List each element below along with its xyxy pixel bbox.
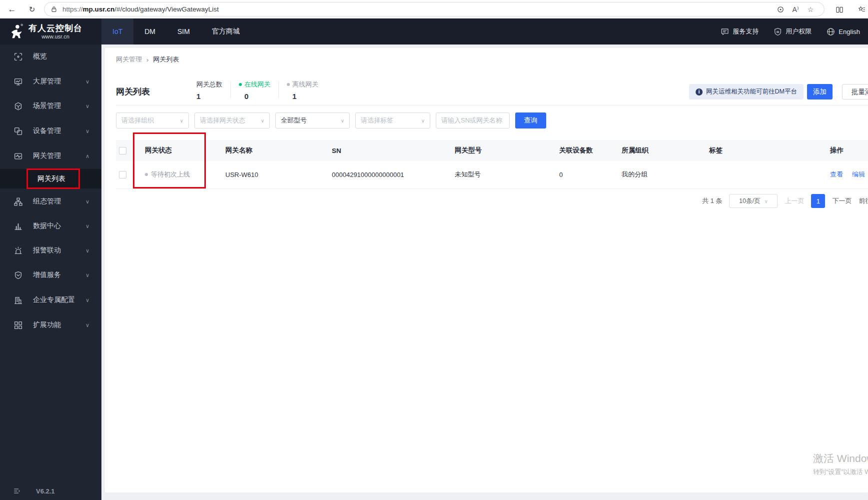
language-switch[interactable]: English: [827, 28, 860, 36]
windows-activation-watermark: 激活 Windows 转到“设置”以激活 Windows: [813, 452, 868, 476]
org-select[interactable]: 请选择组织 ∨: [116, 112, 189, 128]
query-button[interactable]: 查询: [515, 112, 546, 128]
tab-dm[interactable]: DM: [133, 18, 166, 44]
chevron-down-icon: ∨: [341, 118, 344, 124]
breadcrumb-current: 网关列表: [153, 55, 179, 64]
logo-title: 有人云控制台: [28, 24, 82, 34]
stat-offline-label: 离线网关: [292, 80, 318, 89]
chevron-down-icon: ∨: [421, 118, 425, 124]
breadcrumb: 网关管理 › 网关列表: [116, 55, 179, 64]
col-linked-devices: 关联设备数: [559, 140, 622, 161]
col-sn: SN: [332, 140, 455, 161]
chevron-down-icon: ∨: [765, 198, 768, 204]
sidebar-item-configuration-mgmt[interactable]: 组态管理 ∨: [0, 192, 101, 212]
sidebar-item-overview[interactable]: 概览: [0, 46, 101, 66]
user-permissions[interactable]: 用户权限: [774, 27, 812, 36]
chevron-down-icon: ∨: [85, 78, 89, 85]
user-permissions-label: 用户权限: [786, 27, 812, 36]
stat-total-label: 网关总数: [196, 80, 222, 89]
search-placeholder: 请输入SN或网关名称: [441, 116, 502, 125]
add-gateway-button[interactable]: 添加: [807, 84, 833, 100]
chevron-down-icon: ∨: [85, 297, 89, 304]
org-select-placeholder: 请选择组织: [121, 116, 154, 125]
view-link[interactable]: 查看: [830, 170, 843, 179]
chevron-up-icon: ∧: [85, 153, 89, 160]
lock-icon: [50, 6, 57, 13]
app-version: V6.2.1: [36, 488, 55, 495]
sidebar-item-gateway-list[interactable]: 网关列表: [0, 169, 101, 188]
tab-iot[interactable]: IoT: [101, 18, 133, 44]
favorite-star-icon[interactable]: ☆: [803, 4, 818, 16]
screen: ← ↻ https://mp.usr.cn/#/cloud/gateway/Vi…: [0, 0, 868, 500]
usr-person-icon: [8, 23, 24, 40]
gateway-status-select[interactable]: 请选择网关状态 ∨: [194, 112, 270, 128]
screen-icon: [14, 78, 22, 86]
current-page-button[interactable]: 1: [811, 194, 825, 208]
col-gateway-name: 网关名称: [225, 140, 332, 161]
pagination: 共 1 条 10条/页 ∨ 上一页 1 下一页 前往: [702, 194, 868, 208]
read-aloud-icon[interactable]: A⁾: [788, 4, 803, 16]
service-support[interactable]: 服务支持: [721, 27, 759, 36]
sidebar: 概览 大屏管理 ∨ 场景管理 ∨ 设备管理 ∨ 网关管理 ∧ 网关列表 组态管理: [0, 44, 101, 500]
browser-toolbar: ← ↻ https://mp.usr.cn/#/cloud/gateway/Vi…: [0, 0, 868, 18]
platform-tabs: IoT DM SIM 官方商城: [101, 18, 251, 44]
prev-page-button[interactable]: 上一页: [785, 196, 804, 206]
sidebar-item-enterprise-config[interactable]: 企业专属配置 ∨: [0, 290, 101, 310]
stat-divider: [278, 81, 279, 98]
stat-offline: 离线网关 1: [287, 80, 318, 100]
browser-refresh-icon[interactable]: ↻: [25, 2, 39, 16]
edit-link[interactable]: 编辑: [852, 170, 865, 179]
chevron-down-icon: ∨: [85, 322, 89, 328]
tab-official-store[interactable]: 官方商城: [201, 18, 251, 44]
sidebar-item-device-mgmt[interactable]: 设备管理 ∨: [0, 121, 101, 141]
tab-sim[interactable]: SIM: [166, 18, 201, 44]
breadcrumb-separator: ›: [146, 56, 148, 64]
service-support-label: 服务支持: [733, 27, 759, 36]
cell-model: 未知型号: [455, 161, 559, 188]
chevron-down-icon: ∨: [85, 198, 89, 205]
chat-icon: [721, 28, 729, 36]
model-select-value: 全部型号: [281, 116, 307, 125]
collections-icon[interactable]: [854, 3, 868, 16]
stat-online: 在线网关 0: [239, 80, 270, 100]
sidebar-item-data-center[interactable]: 数据中心 ∨: [0, 216, 101, 236]
batch-add-button[interactable]: 批量添加: [842, 84, 868, 100]
page-size-select[interactable]: 10条/页 ∨: [729, 194, 778, 208]
cell-org: 我的分组: [622, 161, 709, 188]
sn-search-input[interactable]: 请输入SN或网关名称: [436, 112, 510, 128]
pagination-total: 共 1 条: [702, 196, 722, 206]
sidebar-item-gateway-mgmt[interactable]: 网关管理 ∧: [0, 146, 101, 166]
location-icon[interactable]: [773, 4, 788, 16]
watermark-line1: 激活 Windows: [813, 452, 868, 466]
sidebar-item-value-added-services[interactable]: 增值服务 ∨: [0, 265, 101, 285]
sidebar-item-screen-mgmt[interactable]: 大屏管理 ∨: [0, 72, 101, 92]
split-screen-icon[interactable]: [832, 3, 847, 16]
model-select[interactable]: 全部型号 ∨: [275, 112, 350, 128]
sidebar-collapse-icon[interactable]: [13, 488, 21, 494]
browser-back-icon[interactable]: ←: [5, 2, 19, 16]
watermark-line2: 转到“设置”以激活 Windows: [813, 468, 868, 476]
col-organization: 所属组织: [622, 140, 709, 161]
select-all-checkbox[interactable]: [119, 147, 126, 154]
chevron-down-icon: ∨: [180, 118, 183, 124]
col-tag: 标签: [709, 140, 830, 161]
brand-logo[interactable]: 有人云控制台 www.usr.cn: [0, 18, 101, 44]
address-bar[interactable]: https://mp.usr.cn/#/cloud/gateway/ViewGa…: [44, 2, 825, 16]
notice-text: 网关运维相关功能可前往DM平台: [706, 88, 797, 96]
filter-bar: 请选择组织 ∨ 请选择网关状态 ∨ 全部型号 ∨ 请选择标签 ∨ 请输入SN或网…: [116, 112, 546, 128]
stat-offline-value: 1: [287, 92, 318, 100]
col-gateway-model: 网关型号: [455, 140, 559, 161]
row-checkbox[interactable]: [119, 171, 126, 178]
overview-icon: [14, 52, 22, 61]
cell-devices: 0: [559, 161, 622, 188]
breadcrumb-parent[interactable]: 网关管理: [116, 55, 142, 64]
cell-tag: [709, 161, 830, 188]
sidebar-item-extensions[interactable]: 扩展功能 ∨: [0, 315, 101, 335]
next-page-button[interactable]: 下一页: [832, 196, 852, 206]
page-title: 网关列表: [116, 86, 150, 98]
sidebar-item-alarm-linkage[interactable]: 报警联动 ∨: [0, 240, 101, 260]
stat-divider: [230, 81, 231, 98]
header-divider: [116, 105, 868, 106]
sidebar-item-scene-mgmt[interactable]: 场景管理 ∨: [0, 96, 101, 116]
tag-select[interactable]: 请选择标签 ∨: [355, 112, 430, 128]
